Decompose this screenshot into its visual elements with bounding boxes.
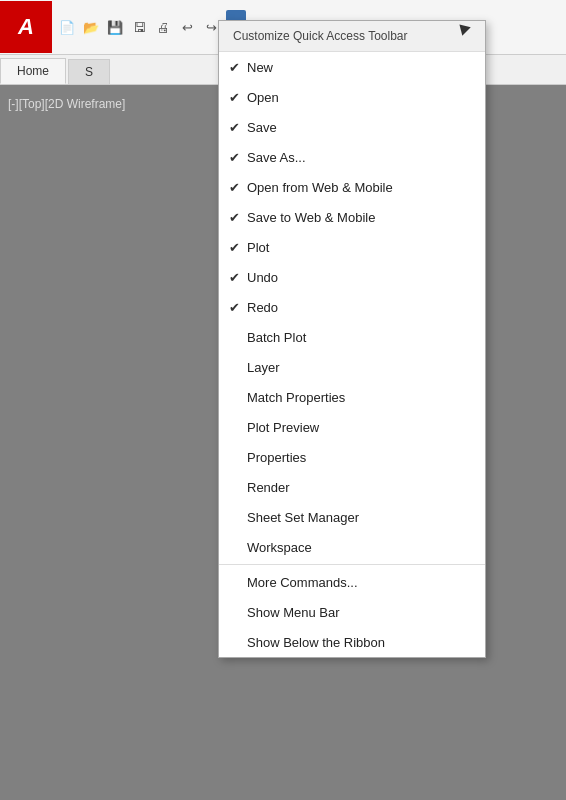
label-save: Save bbox=[247, 120, 471, 135]
menu-bottom-items: More Commands... Show Menu Bar Show Belo… bbox=[219, 567, 485, 657]
checkmark-plot: ✔ bbox=[229, 240, 247, 255]
menu-item-save-as[interactable]: ✔ Save As... bbox=[219, 142, 485, 172]
menu-item-show-menu-bar[interactable]: Show Menu Bar bbox=[219, 597, 485, 627]
label-redo: Redo bbox=[247, 300, 471, 315]
menu-item-redo[interactable]: ✔ Redo bbox=[219, 292, 485, 322]
menu-item-show-below-ribbon[interactable]: Show Below the Ribbon bbox=[219, 627, 485, 657]
label-open-web: Open from Web & Mobile bbox=[247, 180, 471, 195]
save-as-icon[interactable]: 🖫 bbox=[128, 16, 150, 38]
label-properties: Properties bbox=[247, 450, 471, 465]
checkmark-save-web: ✔ bbox=[229, 210, 247, 225]
menu-item-properties[interactable]: Properties bbox=[219, 442, 485, 472]
autocad-logo[interactable]: A bbox=[0, 1, 52, 53]
menu-item-open[interactable]: ✔ Open bbox=[219, 82, 485, 112]
label-match-properties: Match Properties bbox=[247, 390, 471, 405]
customize-quick-access-menu: Customize Quick Access Toolbar ✔ New ✔ O… bbox=[218, 20, 486, 658]
menu-item-save-web[interactable]: ✔ Save to Web & Mobile bbox=[219, 202, 485, 232]
label-more-commands: More Commands... bbox=[247, 575, 471, 590]
label-undo: Undo bbox=[247, 270, 471, 285]
label-plot-preview: Plot Preview bbox=[247, 420, 471, 435]
menu-header: Customize Quick Access Toolbar bbox=[219, 21, 485, 52]
menu-item-plot[interactable]: ✔ Plot bbox=[219, 232, 485, 262]
tab-sketch[interactable]: S bbox=[68, 59, 110, 84]
undo-icon[interactable]: ↩ bbox=[176, 16, 198, 38]
tab-home[interactable]: Home bbox=[0, 58, 66, 84]
label-plot: Plot bbox=[247, 240, 471, 255]
checkmark-new: ✔ bbox=[229, 60, 247, 75]
label-show-menu-bar: Show Menu Bar bbox=[247, 605, 471, 620]
open-file-icon[interactable]: 📂 bbox=[80, 16, 102, 38]
menu-items-list: ✔ New ✔ Open ✔ Save ✔ Save As... ✔ Open … bbox=[219, 52, 485, 562]
menu-item-workspace[interactable]: Workspace bbox=[219, 532, 485, 562]
plot-icon[interactable]: 🖨 bbox=[152, 16, 174, 38]
checkmark-undo: ✔ bbox=[229, 270, 247, 285]
menu-item-undo[interactable]: ✔ Undo bbox=[219, 262, 485, 292]
menu-item-match-properties[interactable]: Match Properties bbox=[219, 382, 485, 412]
label-sheet-set-manager: Sheet Set Manager bbox=[247, 510, 471, 525]
label-new: New bbox=[247, 60, 471, 75]
menu-item-batch-plot[interactable]: Batch Plot bbox=[219, 322, 485, 352]
menu-item-new[interactable]: ✔ New bbox=[219, 52, 485, 82]
checkmark-save-as: ✔ bbox=[229, 150, 247, 165]
menu-item-layer[interactable]: Layer bbox=[219, 352, 485, 382]
menu-item-save[interactable]: ✔ Save bbox=[219, 112, 485, 142]
label-show-below-ribbon: Show Below the Ribbon bbox=[247, 635, 471, 650]
label-workspace: Workspace bbox=[247, 540, 471, 555]
label-render: Render bbox=[247, 480, 471, 495]
menu-item-render[interactable]: Render bbox=[219, 472, 485, 502]
label-layer: Layer bbox=[247, 360, 471, 375]
checkmark-open-web: ✔ bbox=[229, 180, 247, 195]
label-save-web: Save to Web & Mobile bbox=[247, 210, 471, 225]
menu-item-sheet-set-manager[interactable]: Sheet Set Manager bbox=[219, 502, 485, 532]
checkmark-open: ✔ bbox=[229, 90, 247, 105]
label-batch-plot: Batch Plot bbox=[247, 330, 471, 345]
checkmark-redo: ✔ bbox=[229, 300, 247, 315]
menu-item-open-web[interactable]: ✔ Open from Web & Mobile bbox=[219, 172, 485, 202]
checkmark-save: ✔ bbox=[229, 120, 247, 135]
save-icon[interactable]: 💾 bbox=[104, 16, 126, 38]
label-save-as: Save As... bbox=[247, 150, 471, 165]
new-file-icon[interactable]: 📄 bbox=[56, 16, 78, 38]
menu-item-plot-preview[interactable]: Plot Preview bbox=[219, 412, 485, 442]
logo-letter: A bbox=[18, 14, 34, 40]
label-open: Open bbox=[247, 90, 471, 105]
menu-divider bbox=[219, 564, 485, 565]
workspace-label: [-][Top][2D Wireframe] bbox=[8, 97, 125, 111]
menu-item-more-commands[interactable]: More Commands... bbox=[219, 567, 485, 597]
